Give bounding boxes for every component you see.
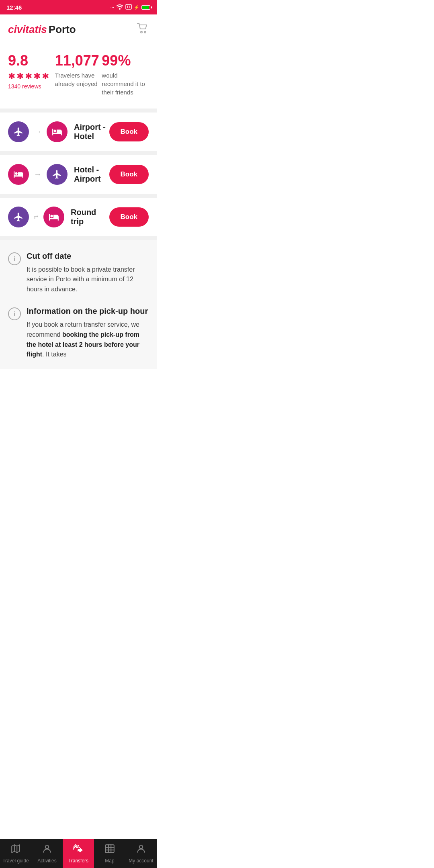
recommend-number: 99% (102, 53, 149, 69)
dots-icon: ··· (111, 5, 114, 10)
divider-2 (0, 151, 157, 155)
app-header: civitatis Porto (0, 14, 157, 45)
status-time: 12:46 (6, 4, 22, 11)
divider-1 (0, 108, 157, 113)
reviews-count: 1340 reviews (8, 83, 55, 90)
airport-icon-circle-2 (47, 164, 68, 185)
transfer-airport-hotel: → Airport - Hotel Book (0, 113, 157, 151)
travelers-desc: Travelers have already enjoyed (55, 71, 102, 88)
plane-icon-2 (52, 169, 62, 180)
hotel-icon-2 (13, 169, 24, 180)
travelers-number: 11,077 (55, 53, 102, 69)
book-button-2[interactable]: Book (109, 165, 149, 184)
book-button-1[interactable]: Book (109, 122, 149, 141)
rating-number: 9.8 (8, 53, 55, 69)
arrow-up: ⇄ (34, 214, 39, 220)
stats-section: 9.8 ✱ ✱ ✱ ✱ ✱ 1340 reviews 11,077 Travel… (0, 45, 157, 108)
recommend-stat: 99% would recommend it to their friends (102, 53, 149, 96)
arrow-right-1: → (34, 127, 42, 136)
logo-area: civitatis Porto (8, 23, 76, 36)
svg-point-5 (144, 31, 146, 33)
transfer-icons-3: ⇄ (8, 207, 64, 227)
plane-icon-3 (13, 212, 24, 222)
transfer-label-1: Airport - Hotel (68, 123, 109, 141)
recommend-desc: would recommend it to their friends (102, 71, 149, 96)
travelers-stat: 11,077 Travelers have already enjoyed (55, 53, 102, 96)
transfer-hotel-airport: → Hotel - Airport Book (0, 155, 157, 194)
hotel-icon-circle-3 (43, 207, 64, 227)
flash-icon: ⚡ (134, 5, 139, 10)
star-5: ✱ (42, 71, 49, 82)
rating-stat: 9.8 ✱ ✱ ✱ ✱ ✱ 1340 reviews (8, 53, 55, 96)
info-section: i Cut off date It is possible to book a … (0, 240, 157, 370)
arrow-right-2: → (34, 170, 42, 179)
info-text-pickup: Information on the pick-up hour If you b… (27, 307, 149, 360)
transfer-label-3: Round trip (64, 208, 109, 226)
transfer-round-trip: ⇄ Round trip Book (0, 198, 157, 236)
cart-button[interactable] (136, 22, 149, 37)
hotel-icon-1 (52, 127, 62, 137)
hotel-icon-circle-2 (8, 164, 29, 185)
status-icons: ··· ⚡ (111, 4, 150, 10)
hotel-icon-3 (49, 212, 59, 222)
info-icon-1: i (8, 252, 21, 265)
wifi-icon (116, 4, 123, 10)
cutoff-title: Cut off date (27, 252, 149, 261)
transfer-label-2: Hotel - Airport (68, 165, 109, 184)
divider-4 (0, 236, 157, 240)
reviews-number: 1340 (8, 83, 20, 90)
battery-icon (141, 5, 150, 10)
transfer-icons-2: → (8, 164, 68, 185)
logo-civitatis: civitatis (8, 23, 47, 36)
hotel-icon-circle-1 (47, 121, 68, 142)
svg-rect-1 (126, 4, 131, 9)
transfer-icons-1: → (8, 121, 68, 142)
stars-row: ✱ ✱ ✱ ✱ ✱ (8, 71, 55, 82)
info-block-cutoff: i Cut off date It is possible to book a … (8, 252, 149, 295)
svg-point-0 (119, 8, 121, 10)
airport-icon-circle (8, 121, 29, 142)
reviews-label[interactable]: reviews (22, 83, 41, 90)
star-2: ✱ (16, 71, 24, 82)
svg-point-4 (141, 31, 142, 33)
plane-icon (13, 127, 24, 137)
cutoff-body: It is possible to book a private transfe… (27, 265, 149, 295)
info-icon-2: i (8, 307, 21, 320)
status-bar: 12:46 ··· ⚡ (0, 0, 157, 14)
book-button-3[interactable]: Book (109, 207, 149, 227)
star-4: ✱ (33, 71, 41, 82)
pickup-title: Information on the pick-up hour (27, 307, 149, 316)
star-3: ✱ (25, 71, 32, 82)
airport-icon-circle-3 (8, 207, 29, 227)
pickup-body: If you book a return transfer service, w… (27, 320, 149, 360)
info-block-pickup: i Information on the pick-up hour If you… (8, 307, 149, 360)
arrows-double: ⇄ (34, 214, 39, 220)
logo-city: Porto (49, 23, 76, 36)
divider-3 (0, 194, 157, 198)
star-1: ✱ (8, 71, 15, 82)
info-text-cutoff: Cut off date It is possible to book a pr… (27, 252, 149, 295)
sim-icon (125, 4, 132, 10)
